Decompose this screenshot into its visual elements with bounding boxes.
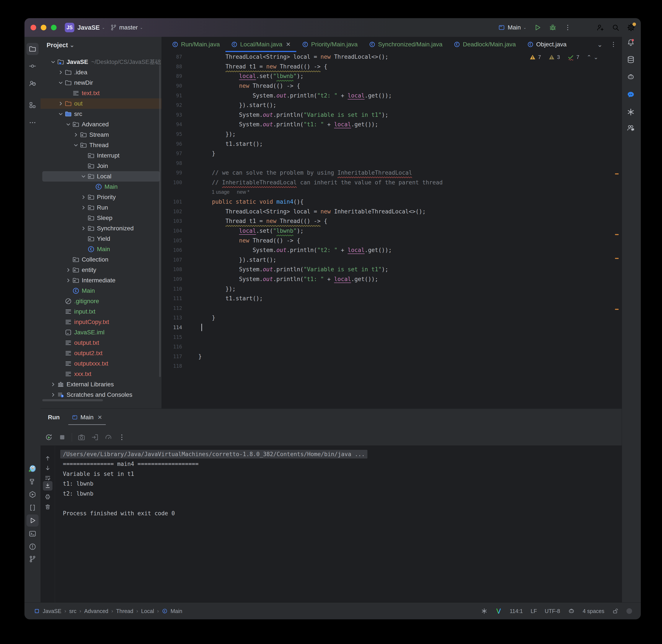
tree-item-entity[interactable]: entity xyxy=(41,265,161,275)
editor-tab-run-main-java[interactable]: C Run/Main.java xyxy=(166,37,225,52)
memory-indicator[interactable] xyxy=(626,608,632,614)
usages-hint[interactable]: 1 usagenew * xyxy=(212,189,249,195)
close-window-button[interactable] xyxy=(30,25,36,30)
line-number[interactable]: 102 xyxy=(161,209,182,214)
close-icon[interactable]: ✕ xyxy=(286,41,291,48)
toolwindow-go-plugin[interactable] xyxy=(26,463,39,475)
run-tab[interactable]: Main ✕ xyxy=(68,410,106,425)
maximize-window-button[interactable] xyxy=(51,25,56,30)
expand-toggle[interactable] xyxy=(64,277,72,284)
line-number[interactable]: 109 xyxy=(161,276,182,282)
search-everywhere-button[interactable] xyxy=(612,24,619,31)
expand-toggle[interactable] xyxy=(57,69,65,76)
expand-toggle[interactable] xyxy=(79,225,87,232)
line-number[interactable]: 92 xyxy=(161,102,182,108)
tree-item-outputxxx-txt[interactable]: outputxxx.txt xyxy=(41,359,161,369)
line-number[interactable]: 103 xyxy=(161,218,182,224)
screenshot-button[interactable] xyxy=(77,433,85,441)
expand-toggle[interactable] xyxy=(72,131,80,138)
tree-item-xxx-txt[interactable]: xxx.txt xyxy=(41,369,161,379)
line-number[interactable]: 87 xyxy=(161,54,182,60)
openai-status-icon[interactable] xyxy=(481,608,487,614)
tree-item-priority[interactable]: Priority xyxy=(41,192,161,202)
next-problem-button[interactable]: ⌄ xyxy=(594,54,598,61)
code-editor[interactable]: 87 ThreadLocal<String> local = new Threa… xyxy=(161,52,622,409)
scroll-up-button[interactable] xyxy=(43,454,52,463)
prev-problem-button[interactable]: ⌃ xyxy=(587,54,591,61)
breadcrumb-javase[interactable]: JavaSE xyxy=(43,608,61,614)
run-configuration-widget[interactable]: Main ⌄ xyxy=(498,24,526,31)
tree-item-thread[interactable]: Thread xyxy=(41,140,161,151)
tree-item-newdir[interactable]: newDir xyxy=(41,77,161,88)
tree-item-output2-txt[interactable]: output2.txt xyxy=(41,348,161,359)
tree-item-yield[interactable]: Yield xyxy=(41,234,161,244)
debug-button[interactable] xyxy=(549,24,557,31)
expand-toggle[interactable] xyxy=(79,204,87,211)
tree-item-main[interactable]: C Main xyxy=(41,285,161,296)
toolwindow-project-folder[interactable] xyxy=(26,43,39,55)
line-number[interactable]: 118 xyxy=(161,363,182,369)
close-icon[interactable]: ✕ xyxy=(97,414,102,421)
console-output[interactable]: /Users/eve/Library/Java/JavaVirtualMachi… xyxy=(63,449,367,518)
settings-button[interactable] xyxy=(627,23,635,32)
more-options-button[interactable] xyxy=(118,433,126,441)
inspections-widget[interactable]: 7 3 7 ⌃ ⌄ xyxy=(529,54,598,61)
tree-item-synchronized[interactable]: Synchronized xyxy=(41,223,161,234)
error-stripe-mark[interactable] xyxy=(615,309,619,310)
vcs-widget[interactable]: master ⌄ xyxy=(110,18,143,37)
line-number[interactable]: 91 xyxy=(161,93,182,98)
toolwindow-notifications[interactable] xyxy=(625,37,637,49)
add-user-button[interactable] xyxy=(596,23,604,32)
export-button[interactable] xyxy=(91,433,99,441)
run-button[interactable] xyxy=(534,24,542,31)
line-number[interactable]: 105 xyxy=(161,238,182,243)
profiler-button[interactable] xyxy=(105,433,112,441)
line-number[interactable]: 116 xyxy=(161,344,182,349)
tree-item-text-txt[interactable]: text.txt xyxy=(41,88,161,98)
line-number[interactable]: 101 xyxy=(161,199,182,205)
line-number[interactable]: 89 xyxy=(161,73,182,79)
copilot-status-icon[interactable] xyxy=(568,607,575,615)
tree-item-output-txt[interactable]: output.txt xyxy=(41,338,161,348)
expand-toggle[interactable] xyxy=(49,58,57,66)
error-stripe-mark[interactable] xyxy=(615,258,619,259)
breadcrumb-advanced[interactable]: Advanced xyxy=(84,608,108,614)
line-number[interactable]: 107 xyxy=(161,257,182,262)
editor-tab-priority-main-java[interactable]: C Priority/Main.java xyxy=(296,37,363,52)
toolwindow-problems[interactable] xyxy=(26,540,39,553)
tree-item-main[interactable]: C Main xyxy=(41,244,161,254)
expand-toggle[interactable] xyxy=(57,79,65,87)
toolwindow-git[interactable] xyxy=(26,553,39,565)
line-number[interactable]: 111 xyxy=(161,296,182,301)
line-separator[interactable]: LF xyxy=(531,608,537,614)
breadcrumb-main[interactable]: Main xyxy=(170,608,182,614)
file-encoding[interactable]: UTF-8 xyxy=(545,608,560,614)
breadcrumb-local[interactable]: Local xyxy=(141,608,154,614)
tree-item-main[interactable]: C Main xyxy=(41,182,161,192)
toolwindow-chat-assistant[interactable] xyxy=(625,89,637,101)
tree-item-out[interactable]: out xyxy=(41,98,161,109)
tree-item-inputcopy-txt[interactable]: inputCopy.txt xyxy=(41,317,161,327)
print-button[interactable] xyxy=(43,492,52,501)
tree-item-local[interactable]: Local xyxy=(42,171,160,182)
scroll-to-end-button[interactable] xyxy=(43,481,52,490)
minimize-window-button[interactable] xyxy=(41,25,46,30)
scroll-down-button[interactable] xyxy=(43,463,52,473)
tree-item--gitignore[interactable]: .gitignore xyxy=(41,296,161,306)
toolwindow-github-copilot[interactable] xyxy=(625,71,637,83)
line-number[interactable]: 93 xyxy=(161,112,182,118)
breadcrumb-src[interactable]: src xyxy=(69,608,76,614)
toolwindow-ai-brackets[interactable] xyxy=(26,502,39,514)
project-widget[interactable]: JavaSE ⌄ xyxy=(77,18,105,37)
expand-toggle[interactable] xyxy=(64,266,72,274)
line-number[interactable]: 113 xyxy=(161,315,182,321)
expand-toggle[interactable] xyxy=(57,100,65,107)
line-number[interactable]: 114 xyxy=(161,325,182,330)
tree-item-collection[interactable]: Collection xyxy=(41,254,161,265)
editor-tab-synchronized-main-java[interactable]: C Synchronized/Main.java xyxy=(363,37,448,52)
line-number[interactable]: 100 xyxy=(161,180,182,185)
toolwindow-pull-requests[interactable]: ? xyxy=(26,77,39,90)
error-stripe-mark[interactable] xyxy=(615,234,619,235)
toolwindow-build[interactable] xyxy=(26,476,39,487)
tree-vertical-scrollbar[interactable] xyxy=(159,65,161,377)
